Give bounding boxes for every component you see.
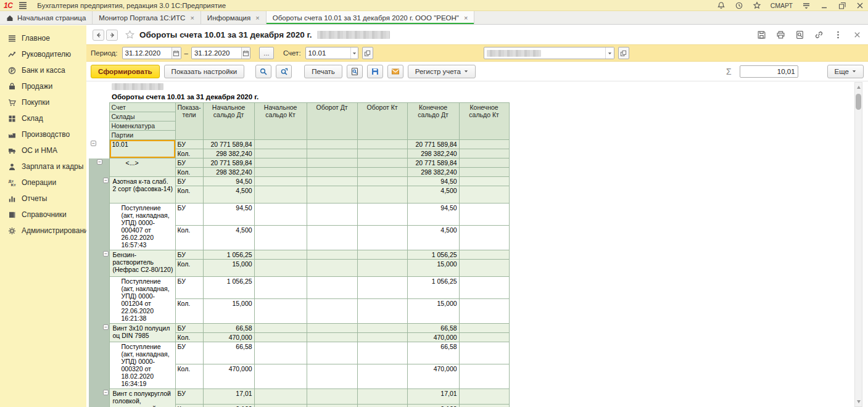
- tab-close-icon[interactable]: ×: [464, 14, 468, 22]
- value-cell[interactable]: [357, 405, 407, 407]
- value-cell[interactable]: [357, 186, 407, 204]
- value-cell[interactable]: [357, 250, 407, 260]
- favorites-icon[interactable]: [753, 1, 761, 10]
- indicator-cell[interactable]: Кол.: [175, 299, 203, 324]
- calendar-icon[interactable]: [241, 47, 250, 59]
- value-cell[interactable]: [459, 405, 509, 407]
- value-cell[interactable]: [459, 140, 509, 149]
- tab-3[interactable]: Обороты счета 10.01 за 31 декабря 2020 г…: [267, 11, 475, 24]
- value-cell[interactable]: [254, 149, 307, 158]
- tree-expander[interactable]: −: [103, 324, 109, 330]
- value-cell[interactable]: [357, 260, 407, 277]
- header-dim-cell[interactable]: Счет: [109, 103, 175, 112]
- scroll-down-icon[interactable]: [857, 400, 861, 403]
- date-to-input[interactable]: [192, 47, 241, 59]
- account-open-icon[interactable]: [362, 47, 373, 59]
- header-dim-cell[interactable]: Партии: [109, 131, 175, 140]
- value-cell[interactable]: [459, 342, 509, 364]
- group-label-cell[interactable]: Поступление (акт, накладная, УПД) 0000-0…: [109, 342, 175, 389]
- value-cell[interactable]: 15,000: [407, 260, 459, 277]
- maximize-icon[interactable]: [838, 1, 846, 10]
- sidebar-item-10[interactable]: Отчеты: [0, 191, 86, 207]
- tab-1[interactable]: Монитор Портала 1С:ИТС×: [93, 11, 201, 24]
- value-cell[interactable]: 4,500: [203, 226, 254, 250]
- chevron-down-icon[interactable]: [605, 47, 613, 59]
- value-cell[interactable]: 4,500: [407, 186, 459, 204]
- value-cell[interactable]: [459, 149, 509, 158]
- value-cell[interactable]: [254, 204, 307, 226]
- value-cell[interactable]: 94,50: [407, 177, 459, 186]
- sidebar-item-5[interactable]: Склад: [0, 110, 86, 126]
- value-cell[interactable]: [459, 177, 509, 186]
- value-cell[interactable]: [459, 277, 509, 299]
- group-label-cell[interactable]: Азотная к-та слаб. 2 сорт (фасовка-14): [109, 177, 175, 204]
- sidebar-item-8[interactable]: Зарплата и кадры: [0, 158, 86, 175]
- value-cell[interactable]: [307, 299, 357, 324]
- sidebar-item-0[interactable]: Главное: [0, 30, 86, 46]
- indicator-cell[interactable]: БУ: [175, 204, 203, 226]
- indicator-cell[interactable]: БУ: [175, 389, 203, 405]
- indicator-cell[interactable]: Кол.: [175, 364, 203, 389]
- back-button[interactable]: [93, 30, 104, 41]
- header-column-cell[interactable]: Оборот Кт: [357, 103, 407, 140]
- tree-expander[interactable]: −: [91, 141, 96, 146]
- value-cell[interactable]: 298 382,240: [203, 149, 254, 158]
- value-cell[interactable]: 1 056,25: [407, 250, 459, 260]
- value-cell[interactable]: [307, 324, 357, 333]
- group-label-cell[interactable]: Поступление (акт, накладная, УПД) 0000-0…: [109, 204, 175, 250]
- value-cell[interactable]: [254, 260, 307, 277]
- register-button[interactable]: Регистр учета: [408, 65, 476, 78]
- sum-input[interactable]: [740, 66, 798, 77]
- value-cell[interactable]: [357, 168, 407, 177]
- indicator-cell[interactable]: БУ: [175, 250, 203, 260]
- value-cell[interactable]: [459, 158, 509, 168]
- value-cell[interactable]: [307, 260, 357, 277]
- show-settings-button[interactable]: Показать настройки: [164, 65, 245, 78]
- preview-button[interactable]: [347, 65, 363, 78]
- group-label-cell[interactable]: Винт с полукруглой головкой, оцинкованны…: [109, 389, 175, 407]
- send-email-button[interactable]: [387, 65, 403, 78]
- value-cell[interactable]: [357, 177, 407, 186]
- value-cell[interactable]: [357, 333, 407, 342]
- value-cell[interactable]: [459, 299, 509, 324]
- value-cell[interactable]: 298 382,240: [407, 149, 459, 158]
- value-cell[interactable]: 15,000: [203, 260, 254, 277]
- sidebar-item-3[interactable]: Продажи: [0, 78, 86, 94]
- favorite-star-icon[interactable]: [125, 30, 135, 40]
- value-cell[interactable]: 4,500: [407, 226, 459, 250]
- sidebar-item-1[interactable]: Руководителю: [0, 46, 86, 62]
- value-cell[interactable]: 20 771 589,84: [203, 158, 254, 168]
- value-cell[interactable]: [357, 204, 407, 226]
- group-label-cell[interactable]: Поступление (акт, накладная, УПД) 0000-0…: [109, 277, 175, 324]
- value-cell[interactable]: 66,58: [203, 324, 254, 333]
- search-button[interactable]: [255, 65, 271, 78]
- more-button[interactable]: Еще: [827, 65, 864, 78]
- header-column-cell[interactable]: Оборот Дт: [307, 103, 357, 140]
- value-cell[interactable]: [254, 277, 307, 299]
- value-cell[interactable]: [254, 333, 307, 342]
- value-cell[interactable]: [307, 140, 357, 149]
- header-column-cell[interactable]: Начальное сальдо Кт: [254, 103, 307, 140]
- value-cell[interactable]: [254, 168, 307, 177]
- value-cell[interactable]: 1 056,25: [203, 277, 254, 299]
- chevron-down-icon[interactable]: [350, 47, 358, 59]
- value-cell[interactable]: [357, 149, 407, 158]
- indicator-cell[interactable]: Кол.: [175, 168, 203, 177]
- value-cell[interactable]: [307, 333, 357, 342]
- sidebar-item-12[interactable]: Администрирование: [0, 223, 86, 239]
- period-options-button[interactable]: ...: [259, 47, 274, 59]
- history-icon[interactable]: [735, 1, 743, 10]
- indicator-cell[interactable]: Кол.: [175, 333, 203, 342]
- tree-expander[interactable]: −: [97, 159, 102, 165]
- value-cell[interactable]: [307, 389, 357, 405]
- value-cell[interactable]: 20 771 589,84: [407, 140, 459, 149]
- group-label-cell[interactable]: 10.01: [109, 140, 175, 158]
- indicator-cell[interactable]: БУ: [175, 342, 203, 364]
- kebab-icon[interactable]: [833, 30, 843, 39]
- value-cell[interactable]: [357, 277, 407, 299]
- value-cell[interactable]: 94,50: [203, 204, 254, 226]
- value-cell[interactable]: 0,100: [203, 405, 254, 407]
- sidebar-item-4[interactable]: Покупки: [0, 94, 86, 110]
- service-menu-icon[interactable]: [802, 1, 811, 10]
- value-cell[interactable]: 1 056,25: [407, 277, 459, 299]
